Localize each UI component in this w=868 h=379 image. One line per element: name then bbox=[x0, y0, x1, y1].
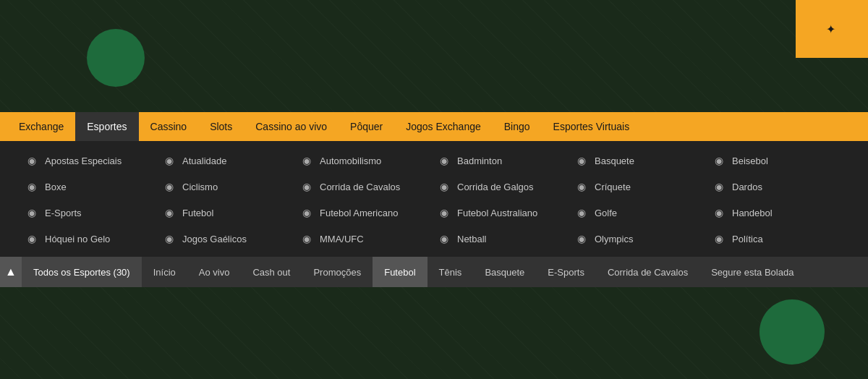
sport-icon-olympics: ◉ bbox=[574, 231, 589, 246]
sport-item-futebol[interactable]: ◉Futebol bbox=[159, 200, 297, 225]
sport-item-automobilismo[interactable]: ◉Automobilismo bbox=[297, 148, 434, 173]
nav-item-jogos-exchange[interactable]: Jogos Exchange bbox=[394, 112, 493, 141]
logo-star-icon: ✦ bbox=[826, 22, 835, 36]
sport-label: Ciclismo bbox=[182, 182, 218, 192]
sport-label: Jogos Gaélicos bbox=[182, 234, 247, 244]
sport-icon-corrida-de-cavalos: ◉ bbox=[299, 179, 314, 194]
sport-icon-e-sports: ◉ bbox=[25, 205, 39, 220]
sport-item-corrida-de-galgos[interactable]: ◉Corrida de Galgos bbox=[434, 174, 571, 199]
sport-icon-mma/ufc: ◉ bbox=[299, 231, 314, 246]
decorative-circle-top bbox=[87, 29, 145, 87]
sport-item-futebol-americano[interactable]: ◉Futebol Americano bbox=[297, 200, 434, 225]
sport-label: Corrida de Galgos bbox=[457, 182, 534, 192]
sport-icon-boxe: ◉ bbox=[25, 179, 39, 194]
sport-item-críquete[interactable]: ◉Críquete bbox=[571, 174, 709, 199]
sport-icon-apostas-especiais: ◉ bbox=[25, 153, 39, 168]
sport-label: Badminton bbox=[457, 156, 502, 166]
sport-label: Golfe bbox=[595, 208, 617, 218]
sport-icon-badminton: ◉ bbox=[437, 153, 451, 168]
sport-label: E-Sports bbox=[45, 208, 82, 218]
sport-icon-atualidade: ◉ bbox=[162, 153, 176, 168]
bottom-item-e-sports[interactable]: E-Sports bbox=[536, 257, 596, 287]
bottom-item-cash-out[interactable]: Cash out bbox=[241, 257, 302, 287]
sport-label: Críquete bbox=[595, 182, 631, 192]
nav-item-cassino-ao-vivo[interactable]: Cassino ao vivo bbox=[244, 112, 339, 141]
sport-label: Dardos bbox=[732, 182, 762, 192]
sport-item-hóquei-no-gelo[interactable]: ◉Hóquei no Gelo bbox=[22, 226, 159, 251]
sport-label: Basquete bbox=[595, 156, 634, 166]
sport-icon-dardos: ◉ bbox=[712, 179, 726, 194]
sport-icon-futebol-americano: ◉ bbox=[299, 205, 314, 220]
bottom-item-promoções[interactable]: Promoções bbox=[302, 257, 373, 287]
sport-item-handebol[interactable]: ◉Handebol bbox=[709, 200, 846, 225]
sport-icon-golfe: ◉ bbox=[574, 205, 589, 220]
sport-item-e-sports[interactable]: ◉E-Sports bbox=[22, 200, 159, 225]
bottom-item-corrida-de-cavalos[interactable]: Corrida de Cavalos bbox=[596, 257, 699, 287]
sport-item-apostas-especiais[interactable]: ◉Apostas Especiais bbox=[22, 148, 159, 173]
sport-label: Boxe bbox=[45, 182, 67, 192]
nav-item-exchange[interactable]: Exchange bbox=[7, 112, 75, 141]
sport-icon-hóquei-no-gelo: ◉ bbox=[25, 231, 39, 246]
bottom-item-futebol[interactable]: Futebol bbox=[373, 257, 427, 287]
sport-item-olympics[interactable]: ◉Olympics bbox=[571, 226, 709, 251]
sport-item-política[interactable]: ◉Política bbox=[709, 226, 846, 251]
sport-icon-netball: ◉ bbox=[437, 231, 451, 246]
nav-item-pôquer[interactable]: Pôquer bbox=[339, 112, 394, 141]
sport-icon-política: ◉ bbox=[712, 231, 726, 246]
sport-label: Beisebol bbox=[732, 156, 768, 166]
bottom-item-tênis[interactable]: Tênis bbox=[427, 257, 474, 287]
nav-item-cassino[interactable]: Cassino bbox=[139, 112, 199, 141]
bottom-item-ao-vivo[interactable]: Ao vivo bbox=[187, 257, 242, 287]
sport-label: Futebol bbox=[182, 208, 213, 218]
sport-item-atualidade[interactable]: ◉Atualidade bbox=[159, 148, 297, 173]
nav-item-bingo[interactable]: Bingo bbox=[493, 112, 542, 141]
betfair-logo: ✦ bbox=[796, 0, 868, 58]
nav-item-esportes[interactable]: Esportes bbox=[75, 112, 138, 141]
sport-label: Política bbox=[732, 234, 763, 244]
sport-label: Netball bbox=[457, 234, 486, 244]
bottom-bar: ▲ Todos os Esportes (30)InícioAo vivoCas… bbox=[0, 257, 868, 287]
bottom-item-segure-esta-bolada[interactable]: Segure esta Bolada bbox=[699, 257, 805, 287]
decorative-circle-bottom bbox=[760, 299, 825, 365]
sport-icon-futebol-australiano: ◉ bbox=[437, 205, 451, 220]
bottom-item-basquete[interactable]: Basquete bbox=[473, 257, 536, 287]
sport-item-corrida-de-cavalos[interactable]: ◉Corrida de Cavalos bbox=[297, 174, 434, 199]
sport-icon-basquete: ◉ bbox=[574, 153, 589, 168]
sport-icon-jogos-gaélicos: ◉ bbox=[162, 231, 176, 246]
sport-icon-beisebol: ◉ bbox=[712, 153, 726, 168]
sport-item-futebol-australiano[interactable]: ◉Futebol Australiano bbox=[434, 200, 571, 225]
sport-item-basquete[interactable]: ◉Basquete bbox=[571, 148, 709, 173]
sport-label: Hóquei no Gelo bbox=[45, 234, 110, 244]
sport-item-boxe[interactable]: ◉Boxe bbox=[22, 174, 159, 199]
sport-icon-críquete: ◉ bbox=[574, 179, 589, 194]
sport-label: Futebol Americano bbox=[320, 208, 398, 218]
sport-icon-handebol: ◉ bbox=[712, 205, 726, 220]
sport-item-mma/ufc[interactable]: ◉MMA/UFC bbox=[297, 226, 434, 251]
sport-item-jogos-gaélicos[interactable]: ◉Jogos Gaélicos bbox=[159, 226, 297, 251]
sport-label: Futebol Australiano bbox=[457, 208, 537, 218]
sport-icon-corrida-de-galgos: ◉ bbox=[437, 179, 451, 194]
sport-item-netball[interactable]: ◉Netball bbox=[434, 226, 571, 251]
sport-icon-futebol: ◉ bbox=[162, 205, 176, 220]
sport-label: Corrida de Cavalos bbox=[320, 182, 400, 192]
sport-label: Apostas Especiais bbox=[45, 156, 122, 166]
sport-label: Olympics bbox=[595, 234, 633, 244]
sport-item-beisebol[interactable]: ◉Beisebol bbox=[709, 148, 846, 173]
sport-icon-automobilismo: ◉ bbox=[299, 153, 314, 168]
main-nav: ExchangeEsportesCassinoSlotsCassino ao v… bbox=[0, 112, 868, 141]
sport-item-dardos[interactable]: ◉Dardos bbox=[709, 174, 846, 199]
sport-icon-ciclismo: ◉ bbox=[162, 179, 176, 194]
sport-label: Atualidade bbox=[182, 156, 226, 166]
nav-item-slots[interactable]: Slots bbox=[198, 112, 244, 141]
collapse-arrow[interactable]: ▲ bbox=[0, 257, 22, 287]
sport-label: Automobilismo bbox=[320, 156, 381, 166]
sport-item-badminton[interactable]: ◉Badminton bbox=[434, 148, 571, 173]
sport-label: Handebol bbox=[732, 208, 773, 218]
nav-item-esportes-virtuais[interactable]: Esportes Virtuais bbox=[542, 112, 642, 141]
sport-label: MMA/UFC bbox=[320, 234, 364, 244]
sport-item-ciclismo[interactable]: ◉Ciclismo bbox=[159, 174, 297, 199]
bottom-item-início[interactable]: Início bbox=[142, 257, 187, 287]
sport-item-golfe[interactable]: ◉Golfe bbox=[571, 200, 709, 225]
all-sports-button[interactable]: Todos os Esportes (30) bbox=[22, 257, 142, 287]
